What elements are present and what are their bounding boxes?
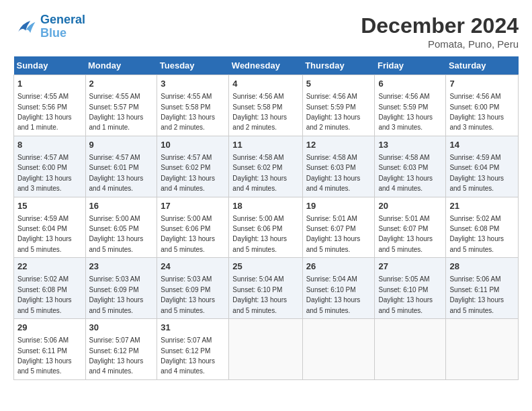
calendar-table: SundayMondayTuesdayWednesdayThursdayFrid… (13, 56, 519, 380)
calendar-body: 1 Sunrise: 4:55 AMSunset: 5:56 PMDayligh… (14, 75, 519, 380)
day-number: 29 (17, 322, 82, 334)
day-number: 21 (449, 200, 515, 212)
day-number: 5 (306, 78, 371, 90)
calendar-cell: 2 Sunrise: 4:55 AMSunset: 5:57 PMDayligh… (85, 75, 157, 136)
calendar-cell: 31 Sunrise: 5:07 AMSunset: 6:12 PMDaylig… (157, 319, 229, 380)
day-info: Sunrise: 5:06 AMSunset: 6:11 PMDaylight:… (17, 336, 72, 375)
day-info: Sunrise: 4:59 AMSunset: 6:04 PMDaylight:… (17, 215, 72, 253)
title-block: December 2024 Pomata, Puno, Peru (361, 13, 519, 50)
day-number: 18 (232, 200, 298, 212)
day-number: 2 (89, 78, 154, 90)
calendar-cell: 3 Sunrise: 4:55 AMSunset: 5:58 PMDayligh… (157, 75, 229, 136)
day-number: 19 (306, 200, 371, 212)
day-info: Sunrise: 5:00 AMSunset: 6:06 PMDaylight:… (161, 215, 215, 253)
calendar-cell: 7 Sunrise: 4:56 AMSunset: 6:00 PMDayligh… (446, 75, 519, 136)
day-number: 28 (449, 261, 515, 273)
day-info: Sunrise: 5:07 AMSunset: 6:12 PMDaylight:… (89, 336, 144, 375)
day-number: 9 (89, 139, 154, 151)
day-info: Sunrise: 5:05 AMSunset: 6:10 PMDaylight:… (378, 275, 433, 314)
day-info: Sunrise: 5:04 AMSunset: 6:10 PMDaylight:… (306, 275, 361, 314)
calendar-cell (446, 319, 519, 380)
calendar-cell: 14 Sunrise: 4:59 AMSunset: 6:04 PMDaylig… (446, 136, 519, 197)
calendar-cell (302, 319, 375, 380)
day-info: Sunrise: 4:57 AMSunset: 6:01 PMDaylight:… (89, 154, 144, 192)
day-info: Sunrise: 4:58 AMSunset: 6:03 PMDaylight:… (306, 154, 361, 192)
calendar-cell: 26 Sunrise: 5:04 AMSunset: 6:10 PMDaylig… (302, 258, 375, 319)
calendar-cell: 27 Sunrise: 5:05 AMSunset: 6:10 PMDaylig… (375, 258, 446, 319)
week-row-1: 1 Sunrise: 4:55 AMSunset: 5:56 PMDayligh… (14, 75, 519, 136)
day-info: Sunrise: 4:58 AMSunset: 6:02 PMDaylight:… (232, 154, 287, 192)
day-info: Sunrise: 5:00 AMSunset: 6:05 PMDaylight:… (89, 215, 144, 253)
day-number: 30 (89, 322, 154, 334)
dow-header-wednesday: Wednesday (229, 56, 302, 75)
day-number: 8 (17, 139, 82, 151)
day-info: Sunrise: 4:58 AMSunset: 6:03 PMDaylight:… (378, 154, 433, 192)
day-info: Sunrise: 4:57 AMSunset: 6:02 PMDaylight:… (161, 154, 215, 192)
page-header: General Blue December 2024 Pomata, Puno,… (13, 13, 519, 50)
dow-header-friday: Friday (375, 56, 446, 75)
calendar-cell: 12 Sunrise: 4:58 AMSunset: 6:03 PMDaylig… (302, 136, 375, 197)
calendar-cell: 1 Sunrise: 4:55 AMSunset: 5:56 PMDayligh… (14, 75, 86, 136)
day-info: Sunrise: 5:07 AMSunset: 6:12 PMDaylight:… (161, 336, 215, 375)
calendar-cell (375, 319, 446, 380)
day-number: 1 (17, 78, 82, 90)
day-info: Sunrise: 4:56 AMSunset: 6:00 PMDaylight:… (449, 93, 504, 131)
day-info: Sunrise: 4:56 AMSunset: 5:58 PMDaylight:… (232, 93, 287, 131)
day-number: 12 (306, 139, 371, 151)
day-number: 15 (17, 200, 82, 212)
calendar-cell: 25 Sunrise: 5:04 AMSunset: 6:10 PMDaylig… (229, 258, 302, 319)
logo: General Blue (13, 13, 85, 40)
day-info: Sunrise: 4:59 AMSunset: 6:04 PMDaylight:… (449, 154, 504, 192)
day-info: Sunrise: 4:57 AMSunset: 6:00 PMDaylight:… (17, 154, 72, 192)
calendar-cell: 16 Sunrise: 5:00 AMSunset: 6:05 PMDaylig… (85, 197, 157, 258)
dow-header-sunday: Sunday (14, 56, 86, 75)
calendar-cell: 5 Sunrise: 4:56 AMSunset: 5:59 PMDayligh… (302, 75, 375, 136)
location: Pomata, Puno, Peru (361, 38, 519, 50)
calendar-cell: 23 Sunrise: 5:03 AMSunset: 6:09 PMDaylig… (85, 258, 157, 319)
logo-text: General Blue (40, 13, 85, 40)
day-info: Sunrise: 4:55 AMSunset: 5:56 PMDaylight:… (17, 93, 72, 131)
calendar-cell: 4 Sunrise: 4:56 AMSunset: 5:58 PMDayligh… (229, 75, 302, 136)
day-info: Sunrise: 5:04 AMSunset: 6:10 PMDaylight:… (232, 275, 287, 314)
day-number: 4 (232, 78, 298, 90)
week-row-3: 15 Sunrise: 4:59 AMSunset: 6:04 PMDaylig… (14, 197, 519, 258)
calendar-cell: 10 Sunrise: 4:57 AMSunset: 6:02 PMDaylig… (157, 136, 229, 197)
day-info: Sunrise: 4:56 AMSunset: 5:59 PMDaylight:… (378, 93, 433, 131)
day-number: 27 (378, 261, 442, 273)
day-info: Sunrise: 5:00 AMSunset: 6:06 PMDaylight:… (232, 215, 287, 253)
day-number: 20 (378, 200, 442, 212)
calendar-cell: 18 Sunrise: 5:00 AMSunset: 6:06 PMDaylig… (229, 197, 302, 258)
week-row-5: 29 Sunrise: 5:06 AMSunset: 6:11 PMDaylig… (14, 319, 519, 380)
dow-header-monday: Monday (85, 56, 157, 75)
dow-header-thursday: Thursday (302, 56, 375, 75)
day-number: 7 (449, 78, 515, 90)
calendar-cell: 22 Sunrise: 5:02 AMSunset: 6:08 PMDaylig… (14, 258, 86, 319)
day-info: Sunrise: 5:01 AMSunset: 6:07 PMDaylight:… (306, 215, 361, 253)
calendar-cell: 21 Sunrise: 5:02 AMSunset: 6:08 PMDaylig… (446, 197, 519, 258)
logo-icon (13, 15, 38, 39)
calendar-cell: 29 Sunrise: 5:06 AMSunset: 6:11 PMDaylig… (14, 319, 86, 380)
week-row-4: 22 Sunrise: 5:02 AMSunset: 6:08 PMDaylig… (14, 258, 519, 319)
calendar-cell: 30 Sunrise: 5:07 AMSunset: 6:12 PMDaylig… (85, 319, 157, 380)
day-number: 26 (306, 261, 371, 273)
dow-header-saturday: Saturday (446, 56, 519, 75)
calendar-cell: 15 Sunrise: 4:59 AMSunset: 6:04 PMDaylig… (14, 197, 86, 258)
day-number: 6 (378, 78, 442, 90)
day-info: Sunrise: 4:55 AMSunset: 5:58 PMDaylight:… (161, 93, 215, 131)
day-number: 22 (17, 261, 82, 273)
day-number: 24 (161, 261, 225, 273)
calendar-cell: 20 Sunrise: 5:01 AMSunset: 6:07 PMDaylig… (375, 197, 446, 258)
day-number: 3 (161, 78, 225, 90)
day-number: 10 (161, 139, 225, 151)
day-number: 11 (232, 139, 298, 151)
day-info: Sunrise: 5:03 AMSunset: 6:09 PMDaylight:… (89, 275, 144, 314)
month-title: December 2024 (361, 13, 519, 38)
day-number: 31 (161, 322, 225, 334)
day-number: 16 (89, 200, 154, 212)
day-number: 23 (89, 261, 154, 273)
calendar-cell: 11 Sunrise: 4:58 AMSunset: 6:02 PMDaylig… (229, 136, 302, 197)
dow-header-tuesday: Tuesday (157, 56, 229, 75)
day-info: Sunrise: 5:06 AMSunset: 6:11 PMDaylight:… (449, 275, 504, 314)
calendar-cell: 13 Sunrise: 4:58 AMSunset: 6:03 PMDaylig… (375, 136, 446, 197)
calendar-cell: 19 Sunrise: 5:01 AMSunset: 6:07 PMDaylig… (302, 197, 375, 258)
